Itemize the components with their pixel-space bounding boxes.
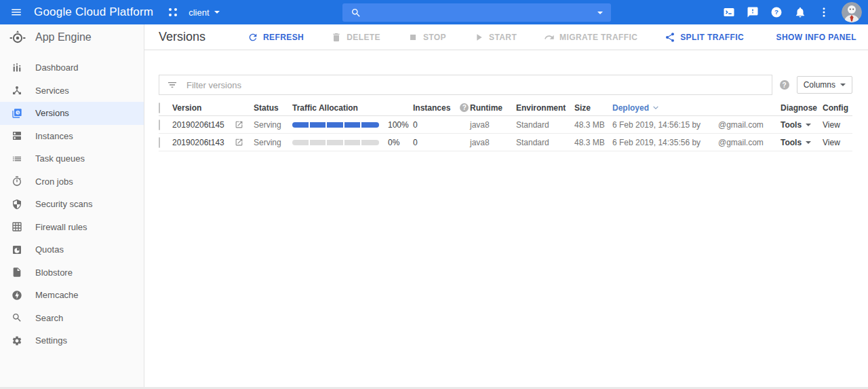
chevron-down-icon <box>214 11 220 14</box>
sidebar-item-label: Instances <box>35 131 73 141</box>
help-icon[interactable]: ? <box>770 6 783 18</box>
sidebar-item-firewall-rules[interactable]: Firewall rules <box>0 216 144 239</box>
external-link-icon <box>235 138 243 147</box>
global-search[interactable] <box>342 3 611 22</box>
tools-caret-icon <box>806 124 811 126</box>
header-diagnose: Diagnose <box>781 103 823 113</box>
tools-label: Tools <box>781 138 802 147</box>
avatar[interactable] <box>842 2 862 22</box>
svg-text:?: ? <box>774 8 778 16</box>
sidebar-item-blobstore[interactable]: Blobstore <box>0 261 144 284</box>
sidebar-item-quotas[interactable]: Quotas <box>0 238 144 261</box>
product-title[interactable]: Google Cloud Platform <box>34 5 153 19</box>
start-button[interactable]: START <box>473 32 517 43</box>
search-scope-caret-icon[interactable] <box>597 12 603 14</box>
refresh-button[interactable]: REFRESH <box>248 32 304 43</box>
traffic-bar <box>292 140 379 145</box>
sidebar-item-label: Firewall rules <box>35 222 87 232</box>
traffic-bar <box>292 122 379 128</box>
delete-label: DELETE <box>347 33 380 42</box>
sidebar-item-label: Security scans <box>35 199 93 209</box>
memcache-icon <box>12 290 22 301</box>
sidebar-item-services[interactable]: Services <box>0 79 144 103</box>
view-config-link[interactable]: View <box>823 138 852 147</box>
migrate-traffic-icon <box>544 32 555 43</box>
notifications-icon[interactable] <box>794 6 806 18</box>
start-icon <box>473 32 484 43</box>
tools-label: Tools <box>781 120 802 130</box>
deployer-email: @gmail.com <box>718 120 781 130</box>
version-id[interactable]: 20190206t143 <box>172 138 235 147</box>
header-deployed-sort[interactable]: Deployed <box>612 103 718 113</box>
split-traffic-button[interactable]: SPLIT TRAFFIC <box>665 32 744 43</box>
filter-row: ? Columns <box>159 75 852 95</box>
environment-value: Standard <box>516 138 574 147</box>
sidebar-item-label: Task queues <box>35 153 85 164</box>
header-size[interactable]: Size <box>574 103 612 113</box>
header-traffic[interactable]: Traffic Allocation <box>292 103 413 113</box>
main-area: Versions REFRESH DELETE STOP START <box>144 24 868 389</box>
delete-icon <box>331 32 342 43</box>
more-vert-icon[interactable] <box>818 6 830 18</box>
projects-grid-icon[interactable] <box>168 7 178 17</box>
sidebar-item-instances[interactable]: Instances <box>0 125 144 148</box>
cloud-shell-icon[interactable] <box>723 6 735 18</box>
delete-button[interactable]: DELETE <box>331 32 380 43</box>
instances-count: 0 <box>413 138 418 147</box>
open-version-link[interactable] <box>235 138 254 147</box>
traffic-percent: 0% <box>388 138 399 147</box>
sidebar-item-versions[interactable]: Versions <box>0 102 144 125</box>
settings-icon <box>12 335 22 346</box>
instances-icon <box>12 130 22 141</box>
view-config-link[interactable]: View <box>823 120 852 130</box>
columns-button[interactable]: Columns <box>797 76 852 94</box>
sidebar-item-label: Quotas <box>35 244 64 255</box>
app-engine-icon <box>9 29 26 46</box>
row-checkbox[interactable] <box>159 119 160 130</box>
dashboard-icon <box>12 62 22 73</box>
table-row: 20190206t145 Serving 100% 0 java8 Standa… <box>159 116 852 134</box>
sidebar-item-cron-jobs[interactable]: Cron jobs <box>0 170 144 193</box>
sidebar-item-security-scans[interactable]: Security scans <box>0 193 144 216</box>
migrate-traffic-button[interactable]: MIGRATE TRAFFIC <box>544 32 637 43</box>
search-nav-icon <box>12 312 22 323</box>
header-config: Config <box>823 103 852 113</box>
header-runtime[interactable]: Runtime <box>470 103 516 113</box>
header-instances[interactable]: Instances <box>413 103 450 113</box>
row-checkbox[interactable] <box>159 137 160 148</box>
sidebar-item-search[interactable]: Search <box>0 307 144 330</box>
quotas-icon <box>12 244 22 255</box>
size-value: 48.3 MB <box>574 138 612 147</box>
stop-button[interactable]: STOP <box>408 32 446 43</box>
tools-dropdown[interactable]: Tools <box>781 138 823 147</box>
instances-help-icon[interactable]: ? <box>460 103 469 112</box>
project-selector[interactable]: client <box>189 7 219 18</box>
sidebar-item-dashboard[interactable]: Dashboard <box>0 56 144 79</box>
runtime-value: java8 <box>470 138 516 147</box>
page-title: Versions <box>159 30 205 44</box>
tools-dropdown[interactable]: Tools <box>781 120 823 130</box>
filter-versions-input[interactable] <box>186 80 764 90</box>
sidebar-nav: Dashboard Services Versions Instances Ta… <box>0 50 144 352</box>
header-environment[interactable]: Environment <box>516 103 574 113</box>
deployed-timestamp: 6 Feb 2019, 14:56:15 by <box>612 120 718 130</box>
status-label: Serving <box>254 138 292 147</box>
split-traffic-label: SPLIT TRAFFIC <box>680 33 744 42</box>
version-id[interactable]: 20190206t145 <box>172 120 235 130</box>
select-all-checkbox[interactable] <box>159 103 160 113</box>
sidebar-item-task-queues[interactable]: Task queues <box>0 147 144 170</box>
header-version[interactable]: Version <box>172 103 235 113</box>
external-link-icon <box>235 120 243 129</box>
sidebar-title: App Engine <box>35 31 92 43</box>
sidebar-item-settings[interactable]: Settings <box>0 329 144 352</box>
open-version-link[interactable] <box>235 120 254 129</box>
filter-box[interactable] <box>159 75 772 95</box>
search-input[interactable] <box>367 7 592 18</box>
sidebar-item-memcache[interactable]: Memcache <box>0 284 144 307</box>
header-status[interactable]: Status <box>254 103 292 113</box>
feedback-icon[interactable] <box>747 6 759 18</box>
sidebar-item-label: Memcache <box>35 290 79 300</box>
show-info-panel-button[interactable]: SHOW INFO PANEL <box>776 33 856 42</box>
filter-help-icon[interactable]: ? <box>780 80 789 90</box>
menu-icon[interactable] <box>8 4 24 20</box>
